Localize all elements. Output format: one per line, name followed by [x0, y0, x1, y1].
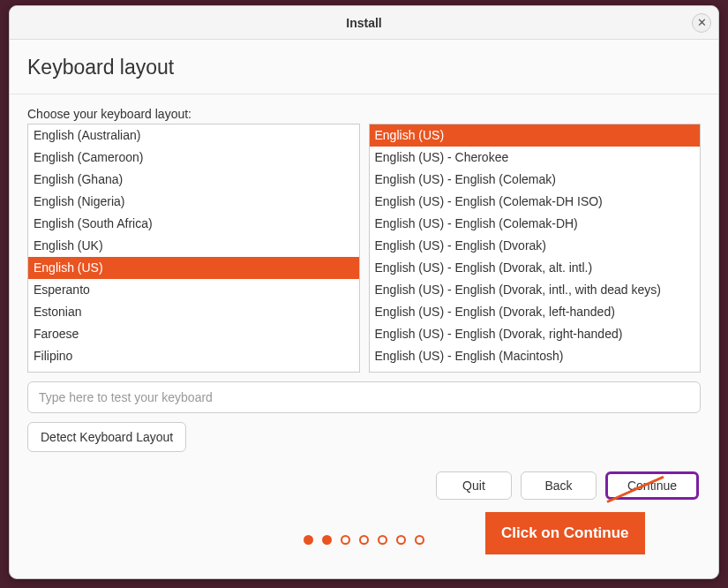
progress-dot: [359, 535, 369, 545]
callout-text: Click on Continue: [501, 524, 629, 541]
close-button[interactable]: ✕: [692, 13, 711, 33]
installer-window: Install ✕ Keyboard layout Choose your ke…: [9, 5, 719, 579]
variant-list[interactable]: English (US)English (US) - CherokeeEngli…: [369, 124, 702, 373]
list-item[interactable]: Esperanto: [28, 279, 359, 301]
list-item[interactable]: English (US) - English (Colemak-DH): [370, 213, 701, 235]
list-item[interactable]: Estonian: [28, 301, 359, 323]
list-item[interactable]: Finnish: [28, 367, 359, 373]
progress-dot: [378, 535, 387, 545]
page-header: Keyboard layout: [10, 40, 718, 94]
list-item[interactable]: English (US) - English (Dvorak, intl., w…: [370, 279, 701, 301]
back-button[interactable]: Back: [521, 471, 597, 500]
progress-dot: [322, 535, 332, 545]
close-icon: ✕: [697, 16, 707, 29]
quit-button[interactable]: Quit: [436, 471, 512, 500]
list-item[interactable]: English (US): [28, 257, 359, 279]
keyboard-lists: English (Australian)English (Cameroon)En…: [27, 124, 701, 373]
list-item[interactable]: English (Cameroon): [28, 147, 359, 169]
page-title: Keyboard layout: [27, 56, 701, 79]
choose-label: Choose your keyboard layout:: [27, 107, 701, 121]
list-item[interactable]: English (US) - English (Dvorak, alt. int…: [370, 257, 701, 279]
list-item[interactable]: English (US) - English (Colemak-DH ISO): [370, 191, 701, 213]
list-item[interactable]: Faroese: [28, 323, 359, 345]
list-item[interactable]: Filipino: [28, 345, 359, 367]
footer-buttons: Quit Back Continue: [27, 471, 701, 500]
list-item[interactable]: English (Australian): [28, 124, 359, 147]
list-item[interactable]: English (US) - English (Norman): [370, 367, 701, 373]
list-item[interactable]: English (US) - English (Dvorak, right-ha…: [370, 323, 701, 345]
content-area: Choose your keyboard layout: English (Au…: [10, 94, 718, 578]
list-item[interactable]: English (US) - English (Macintosh): [370, 345, 701, 367]
list-item[interactable]: English (US): [370, 124, 701, 147]
layout-list[interactable]: English (Australian)English (Cameroon)En…: [27, 124, 360, 373]
callout-box: Click on Continue: [485, 512, 645, 554]
list-item[interactable]: English (US) - English (Dvorak): [370, 235, 701, 257]
window-title: Install: [346, 16, 381, 30]
list-item[interactable]: English (US) - English (Colemak): [370, 169, 701, 191]
list-item[interactable]: English (US) - Cherokee: [370, 147, 701, 169]
list-item[interactable]: English (South Africa): [28, 213, 359, 235]
list-item[interactable]: English (Ghana): [28, 169, 359, 191]
list-item[interactable]: English (US) - English (Dvorak, left-han…: [370, 301, 701, 323]
detect-layout-button[interactable]: Detect Keyboard Layout: [27, 422, 186, 452]
progress-dot: [396, 535, 406, 545]
progress-dot: [415, 535, 424, 545]
titlebar: Install ✕: [10, 6, 718, 40]
list-item[interactable]: English (Nigeria): [28, 191, 359, 213]
list-item[interactable]: English (UK): [28, 235, 359, 257]
progress-dot: [341, 535, 350, 545]
test-keyboard-input[interactable]: [27, 381, 701, 413]
progress-dot: [304, 535, 313, 545]
